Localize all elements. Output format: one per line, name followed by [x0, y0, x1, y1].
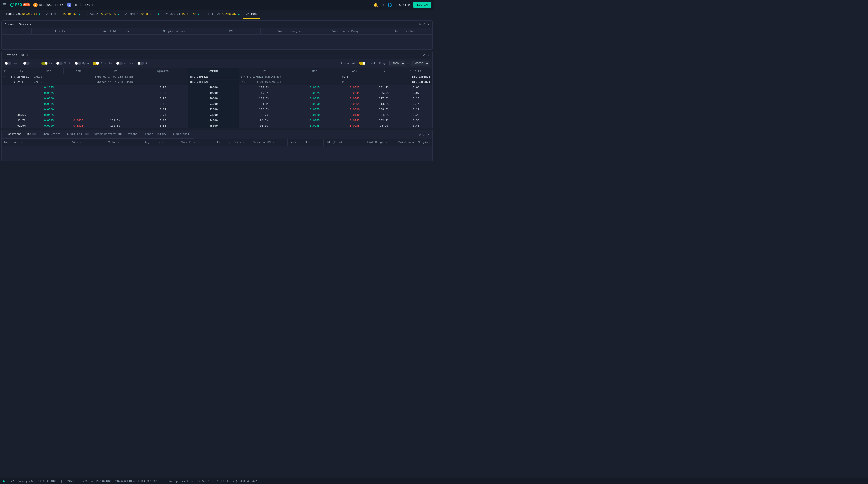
toggle-mark-switch[interactable]: [56, 62, 63, 65]
avg-price-sort-icon[interactable]: ⇅: [162, 141, 163, 143]
call-ask-53000[interactable]: -: [64, 112, 93, 118]
table-row[interactable]: 38.6% 0.0425 - - 0.74 53000 96.2% 0.0110…: [2, 112, 432, 118]
positions-expand-icon[interactable]: ⤢: [423, 133, 426, 136]
table-row[interactable]: - 0.1045 - - 0.95 48000 117.7% 0.0015 0.…: [2, 85, 432, 91]
call-ask-49000[interactable]: -: [64, 91, 93, 96]
call-ask-54000[interactable]: 0.0420: [64, 118, 93, 123]
put-ask-48000[interactable]: 0.0025: [340, 85, 369, 91]
initial-margin-sort-icon[interactable]: ⇅: [386, 141, 388, 143]
toggle-dollar-switch[interactable]: [137, 62, 144, 65]
tab-trade-history[interactable]: Trade History (BTC Options): [142, 130, 192, 138]
futures-26feb21[interactable]: 26 FEB 21 $55409.68 ▲: [43, 10, 84, 19]
call-ask-52000[interactable]: -: [64, 107, 93, 112]
strike-48000[interactable]: 48000: [188, 85, 239, 91]
strike-52000[interactable]: 52000: [188, 107, 239, 112]
toggle-dollar[interactable]: $: [137, 62, 147, 65]
call-bid-49000[interactable]: 0.0875: [34, 91, 64, 96]
toggle-last-switch[interactable]: [5, 62, 11, 65]
call-bid-54000[interactable]: 0.0395: [34, 118, 64, 123]
section-expand-23[interactable]: ›: [2, 74, 9, 79]
put-ask-51000[interactable]: 0.0065: [340, 101, 369, 107]
options-tab[interactable]: OPTIONS: [243, 10, 260, 19]
toggle-open[interactable]: Open: [74, 62, 89, 65]
logo[interactable]: ⬡ PROBETA: [10, 2, 30, 8]
tab-open-orders[interactable]: Open Orders (BTC Options) 0: [39, 130, 92, 138]
settings-icon[interactable]: ⚙: [382, 3, 384, 7]
futures-24sep21[interactable]: 24 SEP 21 $62800.82 ▲: [203, 10, 243, 19]
futures-25jun21[interactable]: 25 JUN 21 $59875.54 ▲: [162, 10, 203, 19]
section-expand-24[interactable]: ›: [2, 79, 9, 85]
put-bid-50000[interactable]: 0.0035: [289, 96, 340, 101]
call-bid-53000[interactable]: 0.0425: [34, 112, 64, 118]
put-bid-52000[interactable]: 0.0075: [289, 107, 340, 112]
language-icon[interactable]: 🌐: [388, 3, 392, 7]
futures-26mar21[interactable]: 26 MAR 21 $56815.56 ▲: [122, 10, 162, 19]
positions-close-icon[interactable]: ✕: [427, 133, 429, 136]
register-button[interactable]: REGISTER: [396, 3, 410, 7]
tab-order-history[interactable]: Order History (BTC Options): [92, 130, 142, 138]
call-bid-55000[interactable]: 0.0290: [34, 123, 64, 129]
positions-settings-icon[interactable]: ⚙: [419, 133, 421, 136]
put-ask-53000[interactable]: 0.0130: [340, 112, 369, 118]
maintenance-margin-sort-icon[interactable]: ⇅: [429, 141, 430, 143]
toggle-size[interactable]: Size: [23, 62, 37, 65]
account-expand-icon[interactable]: ⤢: [423, 22, 426, 26]
table-row[interactable]: - 0.0875 - - 0.93 49000 115.9% 0.0025 0.…: [2, 91, 432, 96]
call-ask-50000[interactable]: -: [64, 96, 93, 101]
perpetual-tab[interactable]: PERPETUAL $55256.88 ▲: [3, 10, 43, 19]
call-ask-48000[interactable]: -: [64, 85, 93, 91]
toggle-open-switch[interactable]: [74, 62, 81, 65]
put-bid-48000[interactable]: 0.0015: [289, 85, 340, 91]
put-ask-49000[interactable]: 0.0035: [340, 91, 369, 96]
call-bid-50000[interactable]: 0.0700: [34, 96, 64, 101]
options-expand-icon[interactable]: ⤢: [423, 53, 426, 57]
strike-value-select[interactable]: 4000: [390, 61, 405, 66]
strike-53000[interactable]: 53000: [188, 112, 239, 118]
table-row[interactable]: - 0.0700 - - 0.90 50000 109.8% 0.0035 0.…: [2, 96, 432, 101]
strike-51000[interactable]: 51000: [188, 101, 239, 107]
toggle-delta-switch[interactable]: [93, 62, 99, 65]
table-row[interactable]: - 0.0380 - - 0.81 52000 100.3% 0.0075 0.…: [2, 107, 432, 112]
section-btc24feb21[interactable]: › BTC-24FEB21 CALLS Expires in 1d 20h 53…: [2, 79, 432, 85]
account-settings-icon[interactable]: ⚙: [419, 22, 421, 26]
range-value-select[interactable]: 400000: [411, 61, 429, 66]
call-bid-51000[interactable]: 0.0535: [34, 101, 64, 107]
futures-5mar21[interactable]: 5 MAR 21 $55906.86 ▲: [84, 10, 122, 19]
put-ask-52000[interactable]: 0.0090: [340, 107, 369, 112]
section-btc23feb21[interactable]: › BTC-23FEB21 CALLS Expires in 0d 20h 53…: [2, 74, 432, 79]
expand-icon[interactable]: »: [4, 69, 6, 72]
table-row[interactable]: - 0.0535 - - 0.86 51000 104.1% 0.0050 0.…: [2, 101, 432, 107]
toggle-delta[interactable]: Δ|Delta: [93, 62, 112, 65]
put-bid-49000[interactable]: 0.0025: [289, 91, 340, 96]
put-bid-53000[interactable]: 0.0110: [289, 112, 340, 118]
instrument-sort-icon[interactable]: ⇅: [21, 141, 22, 143]
strike-49000[interactable]: 49000: [188, 91, 239, 96]
call-bid-52000[interactable]: 0.0380: [34, 107, 64, 112]
toggle-volume[interactable]: Volume: [116, 62, 134, 65]
call-ask-51000[interactable]: -: [64, 101, 93, 107]
put-bid-51000[interactable]: 0.0050: [289, 101, 340, 107]
call-bid-48000[interactable]: 0.1045: [34, 85, 64, 91]
put-ask-55000[interactable]: 0.0255: [340, 123, 369, 129]
account-close-icon[interactable]: ✕: [427, 22, 429, 26]
options-close-icon[interactable]: ✕: [427, 53, 429, 57]
size-sort-icon[interactable]: ⇅: [80, 141, 81, 143]
session-upl-sort-icon[interactable]: ⇅: [309, 141, 310, 143]
pnl-roi-sort-icon[interactable]: ⇅: [343, 141, 345, 143]
table-row[interactable]: 91.7% 0.0395 0.0420 101.1% 0.65 54000 94…: [2, 118, 432, 123]
put-bid-55000[interactable]: 0.0235: [289, 123, 340, 129]
session-rpl-sort-icon[interactable]: ⇅: [273, 141, 274, 143]
toggle-size-switch[interactable]: [23, 62, 30, 65]
toggle-iv[interactable]: IV: [41, 62, 52, 65]
strike-50000[interactable]: 50000: [188, 96, 239, 101]
toggle-mark[interactable]: Mark: [56, 62, 71, 65]
put-bid-54000[interactable]: 0.0165: [289, 118, 340, 123]
mark-price-sort-icon[interactable]: ⇅: [198, 141, 199, 143]
notifications-icon[interactable]: 🔔: [373, 3, 378, 7]
around-atm-toggle[interactable]: [359, 62, 366, 65]
put-ask-50000[interactable]: 0.0045: [340, 96, 369, 101]
toggle-iv-switch[interactable]: [41, 62, 48, 65]
put-ask-54000[interactable]: 0.0185: [340, 118, 369, 123]
call-ask-55000[interactable]: 0.0320: [64, 123, 93, 129]
toggle-volume-switch[interactable]: [116, 62, 123, 65]
